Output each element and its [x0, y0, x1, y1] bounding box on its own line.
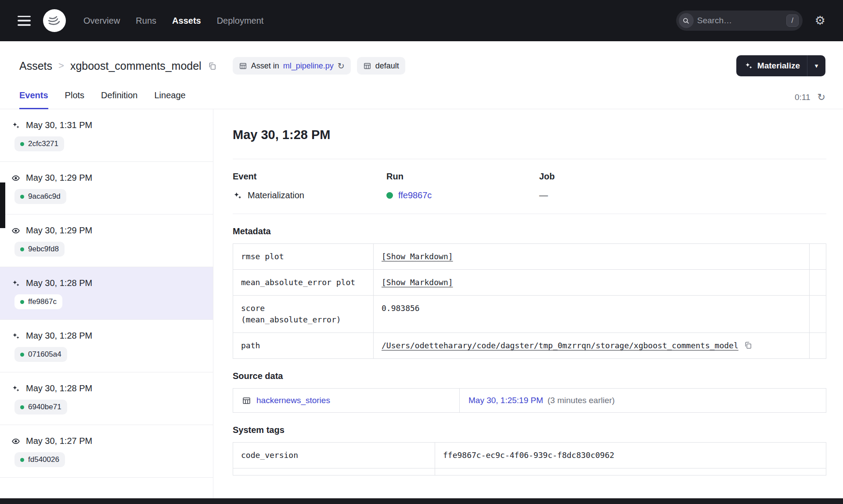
materialization-icon: [11, 279, 20, 288]
group-name: default: [375, 61, 399, 71]
code-location-prefix: Asset in: [251, 61, 279, 71]
nav-runs[interactable]: Runs: [136, 16, 156, 26]
asset-grid-icon: [239, 62, 247, 70]
top-navigation: Overview Runs Assets Deployment / ⚙: [0, 0, 843, 41]
run-status-dot: [20, 247, 24, 251]
event-time: May 30, 1:28 PM: [26, 383, 92, 393]
metadata-row: rmse plot [Show Markdown]: [233, 244, 826, 270]
app-root: Overview Runs Assets Deployment / ⚙ Asse…: [0, 0, 843, 504]
source-asset-link[interactable]: hackernews_stories: [256, 396, 330, 405]
system-tag-key: code_version: [233, 443, 435, 468]
observation-icon: [11, 437, 20, 446]
event-time: May 30, 1:27 PM: [26, 436, 92, 446]
run-link[interactable]: ffe9867c: [398, 190, 432, 200]
asset-name: xgboost_comments_model: [70, 60, 202, 72]
bottom-edge-bar: [0, 498, 843, 504]
materialize-dropdown-button[interactable]: ▾: [807, 55, 825, 76]
event-column-label: Event: [233, 172, 386, 182]
primary-nav: Overview Runs Assets Deployment: [83, 16, 263, 26]
event-type-value: Materialization: [248, 190, 304, 200]
run-id: ffe9867c: [28, 297, 57, 306]
metadata-action-cell: [809, 270, 826, 295]
search-icon: [679, 13, 694, 28]
event-list-item[interactable]: May 30, 1:27 PM fd540026: [0, 425, 213, 478]
reload-location-icon[interactable]: ↻: [338, 62, 345, 70]
search-input[interactable]: [697, 16, 783, 25]
path-link[interactable]: /Users/odetteharary/code/dagster/tmp_0mz…: [382, 340, 739, 351]
event-time: May 30, 1:29 PM: [26, 225, 92, 236]
run-status-dot: [20, 195, 24, 199]
group-badge[interactable]: default: [357, 57, 405, 75]
system-tags-table: code_version ffe9867c-ec9c-4f06-939c-f8d…: [233, 442, 826, 475]
source-time-link[interactable]: May 30, 1:25:19 PM: [468, 396, 543, 405]
run-status-dot: [20, 300, 24, 304]
run-column-label: Run: [386, 172, 539, 182]
materialize-sparkle-icon: [744, 61, 753, 70]
metadata-table: rmse plot [Show Markdown] mean_absolute_…: [233, 243, 826, 359]
metadata-row: score (mean_absolute_error) 0.983856: [233, 296, 826, 333]
run-id: 2cfc3271: [28, 139, 58, 148]
nav-overview[interactable]: Overview: [83, 16, 120, 26]
run-id-badge[interactable]: 071605a4: [14, 347, 67, 362]
run-status-dot: [20, 353, 24, 357]
source-asset-cell: hackernews_stories: [233, 389, 459, 412]
metadata-action-cell: [809, 333, 826, 358]
run-id: 6940be71: [28, 403, 61, 411]
materialize-button[interactable]: Materialize: [736, 55, 807, 76]
run-id-badge[interactable]: 9ebc9fd8: [14, 242, 65, 257]
metadata-row: path /Users/odetteharary/code/dagster/tm…: [233, 333, 826, 358]
run-id: 071605a4: [28, 350, 61, 359]
job-value: —: [539, 190, 826, 200]
event-list-item[interactable]: May 30, 1:29 PM 9ebc9fd8: [0, 214, 213, 267]
search-shortcut-hint: /: [786, 14, 799, 27]
observation-icon: [11, 174, 20, 182]
event-list-item[interactable]: May 30, 1:31 PM 2cfc3271: [0, 109, 213, 162]
tab-definition[interactable]: Definition: [101, 90, 137, 109]
dagster-logo[interactable]: [42, 8, 67, 33]
menu-icon[interactable]: [18, 16, 31, 26]
metadata-key: rmse plot: [233, 244, 374, 269]
show-markdown-link[interactable]: [Show Markdown]: [382, 277, 453, 288]
run-id-badge[interactable]: 9aca6c9d: [14, 189, 66, 204]
breadcrumb-assets-link[interactable]: Assets: [19, 60, 52, 72]
tab-events[interactable]: Events: [19, 90, 48, 109]
system-tags-heading: System tags: [233, 425, 826, 435]
materialization-icon: [11, 121, 20, 130]
run-id-badge[interactable]: 6940be71: [14, 400, 67, 415]
metadata-key: mean_absolute_error plot: [233, 270, 374, 295]
search-box: /: [676, 11, 803, 31]
run-id: 9aca6c9d: [28, 192, 61, 201]
copy-asset-name-icon[interactable]: [208, 61, 217, 71]
divider: [233, 214, 826, 214]
run-id-badge[interactable]: 2cfc3271: [14, 136, 64, 151]
refresh-icon[interactable]: ↻: [818, 93, 825, 102]
materialize-split-button: Materialize ▾: [736, 55, 825, 76]
run-id-badge[interactable]: fd540026: [14, 452, 65, 467]
events-sidebar: May 30, 1:31 PM 2cfc3271 May 30, 1:29 PM…: [0, 109, 213, 504]
tab-plots[interactable]: Plots: [65, 90, 84, 109]
refresh-countdown: 0:11: [795, 93, 811, 102]
nav-assets[interactable]: Assets: [172, 16, 201, 26]
metadata-key: score (mean_absolute_error): [233, 296, 374, 332]
nav-deployment[interactable]: Deployment: [217, 16, 264, 26]
event-list-item[interactable]: May 30, 1:29 PM 9aca6c9d: [0, 162, 213, 214]
group-grid-icon: [363, 62, 371, 70]
tabs-bar: Events Plots Definition Lineage 0:11 ↻: [0, 90, 843, 109]
run-id-badge[interactable]: ffe9867c: [14, 294, 62, 309]
event-list-item[interactable]: May 30, 1:28 PM 071605a4: [0, 320, 213, 372]
code-location-link[interactable]: ml_pipeline.py: [283, 61, 334, 71]
show-markdown-link[interactable]: [Show Markdown]: [382, 251, 453, 262]
metadata-row: mean_absolute_error plot [Show Markdown]: [233, 270, 826, 296]
asset-header: Assets > xgboost_comments_model Asset in: [0, 41, 843, 76]
content-area: May 30, 1:31 PM 2cfc3271 May 30, 1:29 PM…: [0, 109, 843, 504]
materialize-label: Materialize: [757, 61, 800, 71]
breadcrumb-separator: >: [58, 60, 64, 71]
tab-lineage[interactable]: Lineage: [154, 90, 185, 109]
event-list-item-selected[interactable]: May 30, 1:28 PM ffe9867c: [0, 267, 213, 320]
settings-gear-icon[interactable]: ⚙: [815, 15, 825, 27]
copy-path-icon[interactable]: [744, 341, 753, 350]
source-time-note: (3 minutes earlier): [548, 396, 615, 405]
event-time: May 30, 1:31 PM: [26, 120, 92, 130]
scrollbar-thumb[interactable]: [0, 182, 5, 228]
event-list-item[interactable]: May 30, 1:28 PM 6940be71: [0, 372, 213, 425]
